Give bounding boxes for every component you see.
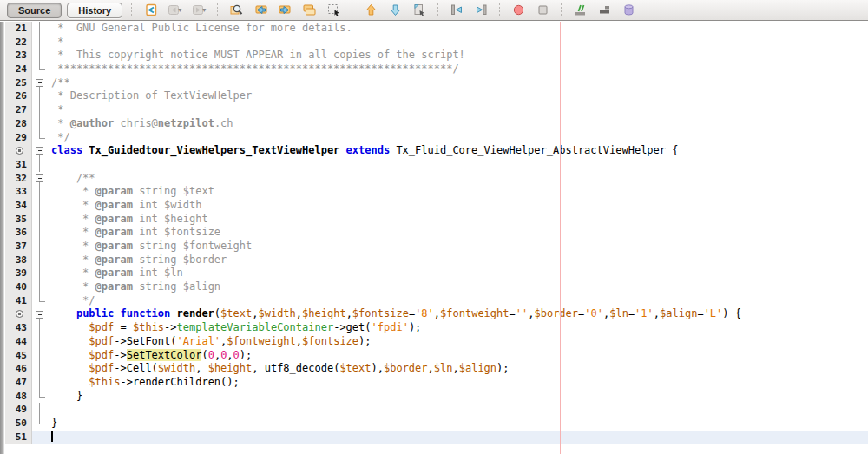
line-number[interactable]: 33 <box>5 185 32 199</box>
code-text[interactable] <box>48 158 51 172</box>
line-number[interactable]: 36 <box>5 226 32 240</box>
code-text[interactable]: * @param string $fontweight <box>48 240 252 253</box>
toggle-bookmark-button[interactable] <box>410 2 429 19</box>
line-number[interactable]: 38 <box>5 253 32 267</box>
next-bookmark-button[interactable] <box>385 2 404 19</box>
annotation-icon[interactable] <box>16 310 23 318</box>
code-text[interactable]: * @param int $width <box>48 199 201 213</box>
code-line[interactable]: 47 $this->renderChildren(); <box>0 376 868 390</box>
forward-dropdown-icon[interactable]: ▾ <box>202 6 206 14</box>
code-line[interactable]: 40 * @param string $align <box>0 280 868 294</box>
code-text[interactable]: class Tx_Guidedtour_ViewHelpers_TextView… <box>48 144 678 158</box>
toggle-rectangular-selection-button[interactable] <box>324 2 343 19</box>
code-text[interactable]: $pdf = $this->templateVariableContainer-… <box>48 321 421 335</box>
line-number[interactable]: 35 <box>5 213 32 227</box>
line-number[interactable]: 28 <box>5 117 32 131</box>
line-number[interactable]: 32 <box>5 172 32 186</box>
line-number[interactable]: 51 <box>5 431 32 444</box>
code-line[interactable]: 37 * @param string $fontweight <box>0 240 868 253</box>
fold-collapse-icon[interactable] <box>36 79 43 87</box>
code-area[interactable]: 21 * GNU General Public License for more… <box>0 22 868 444</box>
code-text[interactable]: * @param string $border <box>48 253 227 267</box>
code-text[interactable]: $this->renderChildren(); <box>48 376 240 390</box>
code-text[interactable]: * <box>48 36 63 49</box>
code-line[interactable]: 41 */ <box>0 294 868 308</box>
code-text[interactable]: * @param int $fontsize <box>48 226 220 240</box>
line-number[interactable]: 44 <box>5 335 32 349</box>
start-macro-recording-button[interactable] <box>509 2 528 19</box>
code-text[interactable]: */ <box>48 294 95 308</box>
code-line[interactable]: 38 * @param string $border <box>0 253 868 267</box>
code-text[interactable]: * @param string $align <box>48 280 220 294</box>
history-tab[interactable]: History <box>67 3 122 18</box>
code-text[interactable]: $pdf->SetTextColor(0,0,0); <box>48 349 252 363</box>
code-line[interactable]: 21 * GNU General Public License for more… <box>0 22 868 36</box>
stop-macro-recording-button[interactable] <box>533 2 552 19</box>
line-number[interactable]: 48 <box>5 390 32 404</box>
code-line[interactable]: 48 } <box>0 390 868 404</box>
line-number[interactable]: 41 <box>5 294 32 308</box>
code-line[interactable]: 46 $pdf->Cell($width, $height, utf8_deco… <box>0 362 868 376</box>
line-number[interactable]: 24 <box>5 63 32 76</box>
line-number[interactable]: 40 <box>5 280 32 294</box>
line-number[interactable]: 49 <box>5 403 32 417</box>
code-line[interactable]: 34 * @param int $width <box>0 199 868 213</box>
code-text[interactable]: * Description of TextViewHelper <box>48 89 252 103</box>
fold-column[interactable] <box>32 172 48 186</box>
code-text[interactable]: * <box>48 103 63 117</box>
code-line[interactable]: 51 <box>0 431 868 444</box>
previous-bookmark-button[interactable] <box>361 2 380 19</box>
code-text[interactable]: public function render($text,$width,$hei… <box>48 307 741 321</box>
code-line[interactable]: 49 <box>0 403 868 417</box>
fold-column[interactable] <box>32 307 48 321</box>
line-number[interactable]: 29 <box>5 131 32 145</box>
code-line[interactable]: 26 * Description of TextViewHelper <box>0 89 868 103</box>
code-line[interactable]: public function render($text,$width,$hei… <box>0 307 868 321</box>
code-text[interactable] <box>48 431 53 444</box>
line-number[interactable]: 26 <box>5 89 32 103</box>
annotation-gutter-cell[interactable] <box>5 307 32 321</box>
forward-button[interactable]: ▾ <box>189 2 208 19</box>
fold-collapse-icon[interactable] <box>36 311 43 319</box>
database-button[interactable] <box>619 2 638 19</box>
code-text[interactable]: } <box>48 417 57 431</box>
line-number[interactable]: 25 <box>5 76 32 90</box>
line-number[interactable]: 21 <box>5 22 32 36</box>
code-line[interactable]: 23 * This copyright notice MUST APPEAR i… <box>0 49 868 63</box>
code-line[interactable]: 50} <box>0 417 868 431</box>
fold-column[interactable] <box>32 76 48 90</box>
line-number[interactable]: 34 <box>5 199 32 213</box>
fold-collapse-icon[interactable] <box>36 147 43 155</box>
code-line[interactable]: 39 * @param int $ln <box>0 266 868 280</box>
line-number[interactable]: 50 <box>5 417 32 431</box>
back-dropdown-icon[interactable]: ▾ <box>178 6 181 14</box>
annotation-icon[interactable] <box>16 147 23 155</box>
code-line[interactable]: 45 $pdf->SetTextColor(0,0,0); <box>0 349 868 363</box>
code-line[interactable]: 32 /** <box>0 172 868 186</box>
code-text[interactable]: ****************************************… <box>48 63 459 76</box>
line-number[interactable]: 47 <box>5 376 32 390</box>
uncomment-button[interactable] <box>595 2 614 19</box>
code-text[interactable]: $pdf->Cell($width, $height, utf8_decode(… <box>48 362 510 376</box>
code-text[interactable]: * This copyright notice MUST APPEAR in a… <box>48 49 465 63</box>
code-text[interactable]: * @param string $text <box>48 185 214 199</box>
code-text[interactable]: * @param int $height <box>48 213 208 227</box>
toggle-highlight-search-button[interactable] <box>299 2 319 19</box>
code-text[interactable]: */ <box>48 131 70 145</box>
line-number[interactable]: 22 <box>5 36 32 49</box>
shift-line-left-button[interactable] <box>447 2 466 19</box>
back-button[interactable]: ▾ <box>165 2 184 19</box>
code-text[interactable]: $pdf->SetFont('Arial',$fontweight,$fonts… <box>48 335 372 349</box>
line-number[interactable]: 45 <box>5 349 32 363</box>
line-number[interactable]: 23 <box>5 49 32 63</box>
code-line[interactable]: class Tx_Guidedtour_ViewHelpers_TextView… <box>0 144 868 158</box>
line-number[interactable]: 27 <box>5 103 32 117</box>
code-text[interactable]: /** <box>48 76 70 90</box>
code-line[interactable]: 35 * @param int $height <box>0 213 868 227</box>
line-number[interactable]: 31 <box>5 158 32 172</box>
code-line[interactable]: 22 * <box>0 36 868 49</box>
code-line[interactable]: 31 <box>0 158 868 172</box>
line-number[interactable]: 39 <box>5 266 32 280</box>
code-text[interactable]: } <box>48 390 82 404</box>
source-tab[interactable]: Source <box>7 3 62 18</box>
